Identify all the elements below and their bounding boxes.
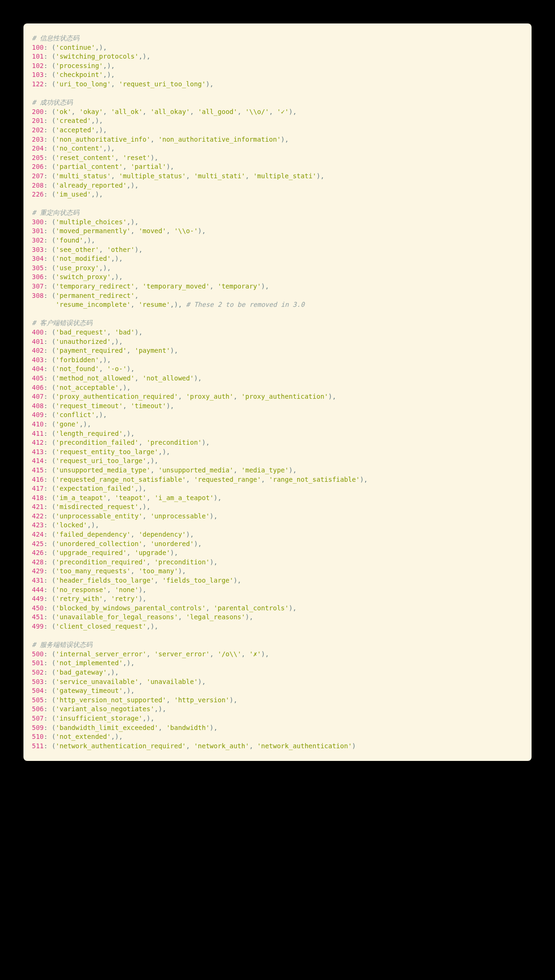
line-300: 300: ('multiple_choices',), [32,218,139,226]
line-506: 506: ('variant_also_negotiates',), [32,705,166,713]
comment-success: # 成功状态码 [32,99,73,106]
line-409: 409: ('conflict',), [32,411,107,418]
comment-server: # 服务端错误状态码 [32,641,92,648]
line-501: 501: ('not_implemented',), [32,659,135,667]
line-421: 421: ('misdirected_request',), [32,503,150,510]
line-404: 404: ('not_found', '-o-'), [32,365,135,372]
line-444: 444: ('no_response', 'none'), [32,586,147,593]
line-423: 423: ('locked',), [32,521,99,529]
line-205: 205: ('reset_content', 'reset'), [32,154,158,161]
line-502: 502: ('bad_gateway',), [32,669,119,676]
line-499: 499: ('client_closed_request',), [32,623,158,630]
line-406: 406: ('not_acceptable',), [32,384,131,391]
line-503: 503: ('service_unavailable', 'unavailabl… [32,678,206,685]
line-418: 418: ('im_a_teapot', 'teapot', 'i_am_a_t… [32,494,222,501]
line-414: 414: ('request_uri_too_large',), [32,457,158,464]
line-402: 402: ('payment_required', 'payment'), [32,347,178,354]
line-405: 405: ('method_not_allowed', 'not_allowed… [32,374,202,382]
line-428: 428: ('precondition_required', 'precondi… [32,558,218,566]
line-416: 416: ('requested_range_not_satisfiable',… [32,476,368,483]
line-451: 451: ('unavailable_for_legal_reasons', '… [32,613,253,621]
line-411: 411: ('length_required',), [32,430,135,437]
line-505: 505: ('http_version_not_supported', 'htt… [32,696,237,704]
line-206: 206: ('partial_content', 'partial'), [32,163,174,170]
line-201: 201: ('created',), [32,117,103,124]
line-102: 102: ('processing',), [32,62,115,69]
line-509: 509: ('bandwidth_limit_exceeded', 'bandw… [32,724,218,731]
line-403: 403: ('forbidden',), [32,356,111,364]
comment-info: # 信息性状态码 [32,34,79,42]
line-424: 424: ('failed_dependency', 'dependency')… [32,531,194,538]
line-429: 429: ('too_many_requests', 'too_many'), [32,567,186,575]
line-301: 301: ('moved_permanently', 'moved', '\\o… [32,227,206,235]
line-103: 103: ('checkpoint',), [32,71,115,78]
line-401: 401: ('unauthorized',), [32,338,123,345]
comment-client: # 客户端错误状态码 [32,319,92,327]
line-302: 302: ('found',), [32,236,95,244]
line-100: 100: ('continue',), [32,44,107,51]
line-425: 425: ('unordered_collection', 'unordered… [32,540,202,547]
line-200: 200: ('ok', 'okay', 'all_ok', 'all_okay'… [32,108,297,115]
line-207: 207: ('multi_status', 'multiple_status',… [32,172,324,180]
line-511: 511: ('network_authentication_required',… [32,742,356,750]
line-500: 500: ('internal_server_error', 'server_e… [32,650,269,658]
line-415: 415: ('unsupported_media_type', 'unsuppo… [32,466,297,474]
line-450: 450: ('blocked_by_windows_parental_contr… [32,604,297,612]
line-431: 431: ('header_fields_too_large', 'fields… [32,577,241,584]
line-422: 422: ('unprocessable_entity', 'unprocess… [32,512,218,520]
line-410: 410: ('gone',), [32,420,91,428]
line-449: 449: ('retry_with', 'retry'), [32,595,147,602]
line-305: 305: ('use_proxy',), [32,264,111,272]
line-426: 426: ('upgrade_required', 'upgrade'), [32,549,178,556]
comment-redirect: # 重定向状态码 [32,209,79,216]
line-203: 203: ('non_authoritative_info', 'non_aut… [32,136,289,143]
line-412: 412: ('precondition_failed', 'preconditi… [32,439,210,446]
line-507: 507: ('insufficient_storage',), [32,714,154,722]
line-101: 101: ('switching_protocols',), [32,53,150,60]
line-407: 407: ('proxy_authentication_required', '… [32,393,336,400]
line-504: 504: ('gateway_timeout',), [32,687,135,694]
line-417: 417: ('expectation_failed',), [32,485,146,492]
line-413: 413: ('request_entity_too_large',), [32,448,170,456]
line-122: 122: ('uri_too_long', 'request_uri_too_l… [32,80,214,88]
line-400: 400: ('bad_request', 'bad'), [32,328,142,336]
line-308: 308: ('permanent_redirect', [32,292,139,299]
line-202: 202: ('accepted',), [32,126,107,134]
code-block: # 信息性状态码 100: ('continue',), 101: ('swit… [23,23,532,761]
line-226: 226: ('im_used',), [32,190,103,198]
line-510: 510: ('not_extended',), [32,733,123,740]
line-304: 304: ('not_modified',), [32,255,123,262]
line-204: 204: ('no_content',), [32,144,115,152]
line-308b: 'resume_incomplete', 'resume',), # These… [32,301,305,308]
line-408: 408: ('request_timeout', 'timeout'), [32,402,174,410]
line-306: 306: ('switch_proxy',), [32,273,123,281]
line-303: 303: ('see_other', 'other'), [32,246,142,253]
line-307: 307: ('temporary_redirect', 'temporary_m… [32,282,269,290]
line-208: 208: ('already_reported',), [32,182,139,189]
